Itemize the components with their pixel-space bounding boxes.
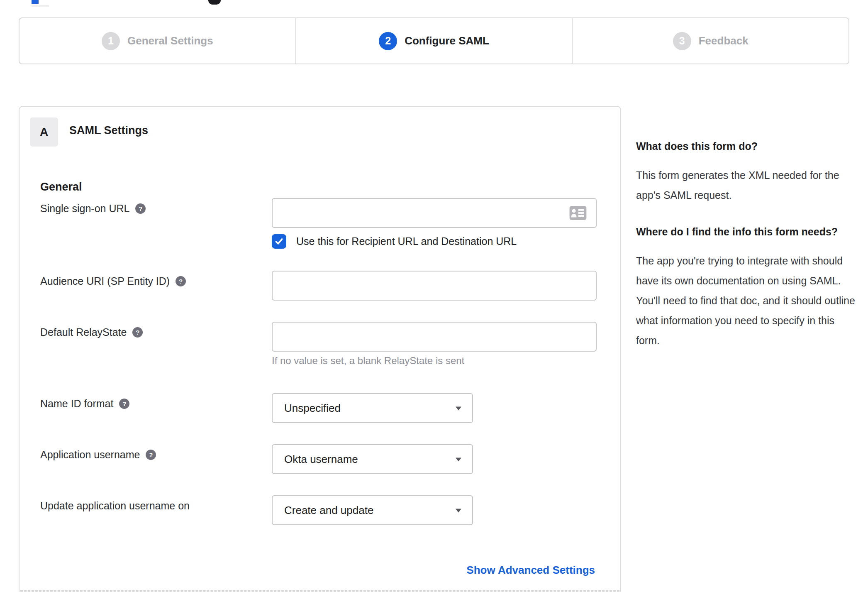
application-username-select[interactable]: Okta username xyxy=(272,444,473,474)
field-label-text: Update application username on xyxy=(40,500,190,512)
name-id-format-select[interactable]: Unspecified xyxy=(272,393,473,423)
default-relaystate-input[interactable] xyxy=(272,322,597,352)
step-feedback[interactable]: 3 Feedback xyxy=(572,18,848,64)
relaystate-hint: If no value is set, a blank RelayState i… xyxy=(272,355,464,367)
step-label: Configure SAML xyxy=(405,34,489,47)
select-value: Okta username xyxy=(284,453,358,466)
cutoff-blue-fragment xyxy=(32,0,39,4)
dropdown-caret-icon xyxy=(456,509,461,512)
step-number: 1 xyxy=(108,35,114,47)
saml-settings-card: A SAML Settings General Single sign-on U… xyxy=(19,106,621,592)
sidebar-body-where: The app you're trying to integrate with … xyxy=(636,251,858,350)
step-number-badge: 1 xyxy=(102,32,120,50)
sidebar-heading-what: What does this form do? xyxy=(636,137,858,155)
help-icon[interactable]: ? xyxy=(132,327,143,338)
section-a-letter: A xyxy=(40,125,48,139)
recipient-destination-checkbox[interactable] xyxy=(272,234,286,249)
step-number: 2 xyxy=(385,35,391,47)
field-label-text: Application username xyxy=(40,449,140,461)
show-advanced-settings-link[interactable]: Show Advanced Settings xyxy=(466,564,595,577)
label-single-sign-on-url: Single sign-on URL ? xyxy=(40,203,146,215)
field-label-text: Default RelayState xyxy=(40,326,127,338)
select-value: Create and update xyxy=(284,504,373,517)
step-label: General Settings xyxy=(127,34,213,47)
step-number-badge: 2 xyxy=(379,32,397,50)
single-sign-on-url-input[interactable] xyxy=(272,198,597,228)
recipient-destination-checkbox-row: Use this for Recipient URL and Destinati… xyxy=(272,234,517,249)
step-general-settings[interactable]: 1 General Settings xyxy=(20,18,295,64)
help-icon[interactable]: ? xyxy=(176,276,186,286)
audience-uri-input[interactable] xyxy=(272,271,597,301)
field-label-text: Audience URI (SP Entity ID) xyxy=(40,275,170,287)
select-value: Unspecified xyxy=(284,402,341,415)
configure-saml-page: 1 General Settings 2 Configure SAML 3 Fe… xyxy=(0,0,868,592)
step-configure-saml[interactable]: 2 Configure SAML xyxy=(295,18,572,64)
help-icon[interactable]: ? xyxy=(119,399,129,409)
contact-card-icon[interactable] xyxy=(569,206,587,220)
step-label: Feedback xyxy=(699,34,749,47)
section-a-badge: A xyxy=(30,117,58,147)
help-icon[interactable]: ? xyxy=(135,203,146,214)
checkbox-label: Use this for Recipient URL and Destinati… xyxy=(296,235,517,247)
label-name-id-format: Name ID format ? xyxy=(40,398,129,410)
update-application-username-select[interactable]: Create and update xyxy=(272,495,473,525)
sidebar-body-what: This form generates the XML needed for t… xyxy=(636,165,858,205)
dashed-separator xyxy=(20,590,619,592)
dropdown-caret-icon xyxy=(456,406,461,410)
label-audience-uri: Audience URI (SP Entity ID) ? xyxy=(40,275,186,287)
label-application-username: Application username ? xyxy=(40,449,156,461)
dropdown-caret-icon xyxy=(456,457,461,461)
field-label-text: Single sign-on URL xyxy=(40,203,129,215)
section-title: SAML Settings xyxy=(69,124,148,137)
group-title-general: General xyxy=(40,181,82,193)
wizard-stepper: 1 General Settings 2 Configure SAML 3 Fe… xyxy=(19,17,849,64)
label-default-relaystate: Default RelayState ? xyxy=(40,326,143,338)
sidebar-heading-where: Where do I find the info this form needs… xyxy=(636,223,858,241)
help-sidebar: What does this form do? This form genera… xyxy=(636,137,858,368)
cutoff-gray-fragment xyxy=(32,5,49,7)
step-number: 3 xyxy=(679,35,685,47)
step-number-badge: 3 xyxy=(673,32,691,50)
help-icon[interactable]: ? xyxy=(146,450,156,460)
cutoff-dark-fragment xyxy=(208,0,221,5)
field-label-text: Name ID format xyxy=(40,398,113,410)
label-update-application-username: Update application username on xyxy=(40,500,190,512)
